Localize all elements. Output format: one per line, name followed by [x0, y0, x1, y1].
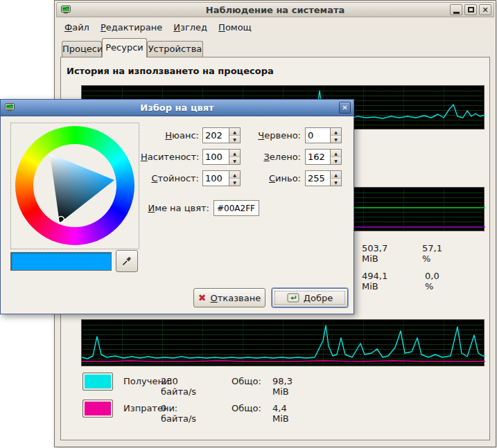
- color-name-label: Име на цвят:: [141, 203, 209, 213]
- close-icon: ✕: [482, 6, 488, 14]
- hue-spin-up[interactable]: ▲: [229, 128, 240, 136]
- eyedropper-button[interactable]: [116, 250, 138, 272]
- hue-spin-down[interactable]: ▼: [229, 136, 240, 143]
- sent-total-label: Общо:: [232, 403, 261, 413]
- dialog-title: Избор на цвят: [1, 102, 354, 113]
- saturation-input[interactable]: [203, 150, 229, 164]
- value-label: Стойност:: [141, 173, 199, 183]
- network-history-chart: [81, 319, 485, 366]
- value-spin-up[interactable]: ▲: [229, 171, 240, 179]
- sent-total: 4,4 MiB: [272, 403, 289, 424]
- red-input[interactable]: [306, 128, 330, 143]
- received-total-label: Общо:: [232, 376, 261, 386]
- window-title: Наблюдение на системата: [57, 5, 494, 15]
- color-name-input[interactable]: [213, 200, 259, 216]
- dialog-close-button[interactable]: ✕: [339, 102, 351, 114]
- tab-processes[interactable]: Процеси: [62, 41, 102, 57]
- saturation-label: Наситеност:: [141, 152, 199, 162]
- green-spin-up[interactable]: ▲: [331, 150, 341, 157]
- close-icon: ✕: [342, 104, 347, 111]
- dialog-titlebar[interactable]: Избор на цвят ✕: [1, 100, 354, 116]
- red-spin-down[interactable]: ▼: [331, 136, 341, 143]
- hue-spinbox[interactable]: ▲▼: [202, 127, 241, 143]
- sent-color-swatch[interactable]: [82, 400, 113, 418]
- memory-percent: 57,1 %: [422, 243, 442, 264]
- blue-spin-down[interactable]: ▼: [331, 179, 341, 186]
- menu-file[interactable]: Файл: [59, 21, 95, 34]
- color-wheel-area[interactable]: [10, 123, 139, 249]
- cancel-button[interactable]: ✖ Отказване: [193, 288, 265, 307]
- value-input[interactable]: [203, 171, 229, 186]
- tab-devices[interactable]: Устройства: [147, 41, 203, 57]
- menubar: Файл Редактиране Изглед Помощ: [59, 20, 257, 35]
- sv-triangle[interactable]: [15, 126, 134, 245]
- received-total: 98,3 MiB: [272, 376, 293, 397]
- menu-help[interactable]: Помощ: [213, 21, 257, 34]
- maximize-button[interactable]: [464, 4, 477, 15]
- minimize-button[interactable]: [450, 4, 462, 15]
- network-received-line: [82, 325, 485, 359]
- blue-input[interactable]: [306, 171, 330, 186]
- blue-label: Синьо:: [245, 173, 301, 183]
- swap-percent: 0,0 %: [425, 271, 439, 292]
- green-input[interactable]: [306, 150, 330, 164]
- maximize-icon: [468, 7, 474, 12]
- menu-edit[interactable]: Редактиране: [95, 21, 168, 34]
- saturation-spinbox[interactable]: ▲▼: [202, 149, 241, 165]
- value-spinbox[interactable]: ▲▼: [202, 170, 241, 186]
- red-spinbox[interactable]: ▲▼: [305, 127, 342, 143]
- red-spin-up[interactable]: ▲: [331, 128, 341, 136]
- hue-label: Нюанс:: [141, 130, 199, 141]
- red-label: Червено:: [245, 130, 301, 141]
- main-titlebar[interactable]: Наблюдение на системата ✕: [56, 2, 494, 17]
- cancel-icon: ✖: [198, 293, 207, 303]
- green-label: Зелено:: [245, 152, 301, 162]
- saturation-spin-down[interactable]: ▼: [229, 157, 240, 164]
- memory-amount: 503,7 MiB: [362, 243, 387, 264]
- color-preview: [10, 252, 112, 271]
- sent-rate: 0 байта/s: [161, 403, 196, 424]
- received-color-swatch[interactable]: [82, 373, 113, 391]
- color-picker-dialog: Избор на цвят ✕: [0, 99, 354, 314]
- received-rate: 230 байта/s: [161, 376, 196, 397]
- blue-spinbox[interactable]: ▲▼: [305, 170, 342, 186]
- blue-spin-up[interactable]: ▲: [331, 171, 341, 179]
- green-spinbox[interactable]: ▲▼: [305, 149, 342, 165]
- eyedropper-icon: [121, 256, 132, 267]
- close-button[interactable]: ✕: [479, 4, 491, 15]
- swap-amount: 494,1 MiB: [362, 271, 387, 292]
- minimize-icon: [453, 12, 460, 14]
- value-spin-down[interactable]: ▼: [229, 179, 240, 186]
- cancel-button-label: Отказване: [211, 293, 261, 303]
- hue-input[interactable]: [203, 128, 229, 143]
- green-spin-down[interactable]: ▼: [331, 157, 341, 164]
- tab-resources[interactable]: Ресурси: [102, 38, 147, 57]
- ok-icon: [287, 293, 299, 303]
- menu-view[interactable]: Изглед: [168, 21, 213, 34]
- network-sent-line: [82, 361, 485, 361]
- ok-button-label: Добре: [304, 293, 333, 303]
- saturation-spin-up[interactable]: ▲: [229, 150, 240, 157]
- cpu-history-title: История на използването на процесора: [67, 66, 274, 76]
- ok-button[interactable]: Добре: [272, 288, 348, 307]
